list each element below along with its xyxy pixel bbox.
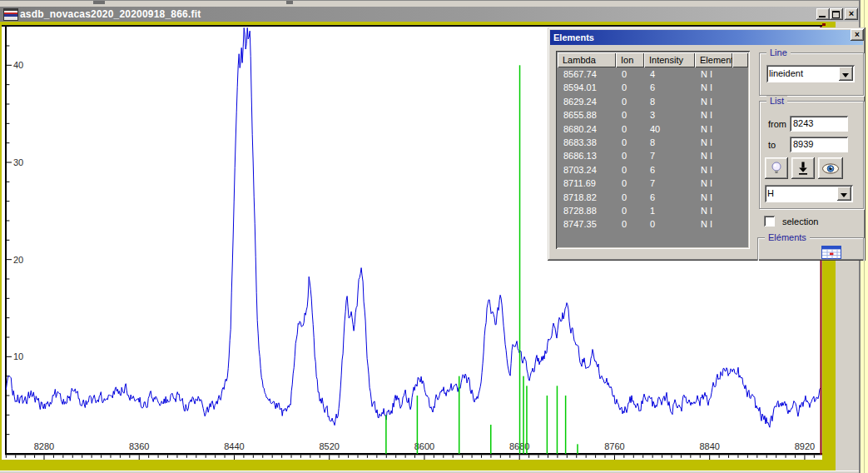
- x-tick-label: 8840: [699, 441, 719, 451]
- x-tick: [605, 455, 606, 457]
- table-cell: 8747.35: [558, 217, 616, 231]
- x-tick: [15, 455, 16, 457]
- maximize-icon: [832, 11, 840, 18]
- table-cell: 6: [644, 163, 695, 177]
- close-icon: ×: [845, 8, 858, 20]
- x-tick: [462, 455, 463, 457]
- line-mode-combobox[interactable]: lineident: [766, 65, 855, 82]
- x-tick: [519, 455, 520, 460]
- y-tick: [7, 434, 9, 435]
- table-row[interactable]: 8711.6907N I: [558, 177, 748, 190]
- x-tick: [690, 455, 691, 457]
- lines-table-body: 8567.7404N I8594.0106N I8629.2408N I8655…: [558, 67, 748, 247]
- toolbar-fragment: [286, 1, 293, 4]
- close-button[interactable]: ×: [845, 8, 858, 20]
- table-cell: N I: [695, 136, 732, 149]
- table-row[interactable]: 8686.1307N I: [558, 149, 748, 162]
- x-tick: [53, 455, 54, 457]
- dialog-close-button[interactable]: ×: [851, 29, 864, 41]
- x-tick: [595, 455, 596, 457]
- maximize-button[interactable]: [830, 8, 843, 20]
- table-cell-spacer: [732, 204, 748, 217]
- line-identification-marker: [557, 386, 558, 454]
- cursor-corner-mark: [822, 23, 826, 26]
- table-cell: 8: [644, 95, 695, 108]
- table-cell: 0: [616, 149, 644, 162]
- x-tick: [528, 455, 529, 457]
- x-tick: [786, 455, 786, 457]
- x-tick: [262, 455, 263, 457]
- x-tick: [34, 455, 35, 457]
- table-cell: N I: [695, 149, 732, 162]
- element-combobox[interactable]: H: [765, 185, 853, 202]
- from-input[interactable]: 8243: [790, 116, 848, 132]
- x-tick: [291, 455, 292, 457]
- x-tick: [548, 455, 548, 457]
- column-header-element[interactable]: Element: [695, 52, 732, 67]
- x-tick: [728, 455, 729, 457]
- x-tick: [243, 455, 244, 457]
- to-input[interactable]: 8939: [790, 137, 848, 152]
- table-row[interactable]: 8594.0106N I: [558, 81, 748, 94]
- x-tick: [652, 455, 653, 457]
- x-tick: [395, 455, 396, 457]
- x-tick: [453, 455, 454, 457]
- table-cell: 6: [644, 191, 695, 204]
- table-row[interactable]: 8655.8803N I: [558, 108, 748, 122]
- window-titlebar[interactable]: asdb_novacas2020_20200918_866.fit ×: [0, 7, 859, 22]
- dialog-titlebar[interactable]: Elements: [550, 30, 863, 45]
- table-row[interactable]: 8728.8801N I: [558, 204, 748, 217]
- line-identification-marker: [417, 396, 419, 454]
- window-title: asdb_novacas2020_20200918_866.fit: [20, 8, 201, 20]
- lines-table: Lambda Ion Intensity Element 8567.7404N …: [556, 51, 750, 249]
- x-tick: [557, 455, 558, 457]
- line-group-label: Line: [766, 47, 791, 57]
- dropdown-button[interactable]: [839, 67, 853, 81]
- column-header-lambda[interactable]: Lambda: [558, 52, 616, 67]
- table-row[interactable]: 8567.7404N I: [558, 67, 748, 81]
- x-tick: [424, 455, 424, 460]
- dropdown-button[interactable]: [837, 187, 851, 201]
- element-combo-value: H: [767, 187, 836, 200]
- x-tick: [176, 455, 177, 457]
- y-tick-label: 10: [13, 351, 23, 361]
- table-cell: 0: [616, 191, 644, 204]
- table-row[interactable]: 8680.24040N I: [558, 122, 748, 136]
- spectrum-document-icon: [3, 8, 18, 21]
- table-row[interactable]: 8747.3500N I: [558, 217, 748, 231]
- line-identification-marker: [526, 386, 528, 454]
- table-cell: 0: [616, 95, 644, 108]
- view-lines-button[interactable]: [818, 157, 843, 179]
- y-tick: [7, 65, 12, 66]
- x-tick: [139, 455, 140, 460]
- line-identification-marker: [547, 396, 548, 454]
- minimize-icon: [819, 16, 826, 17]
- x-tick-label: 8440: [224, 441, 244, 451]
- selection-checkbox[interactable]: [764, 216, 775, 227]
- apply-lines-button[interactable]: [791, 157, 815, 179]
- table-cell: 8655.88: [558, 108, 616, 122]
- x-tick: [376, 455, 377, 457]
- x-tick: [253, 455, 254, 457]
- table-cell-spacer: [732, 163, 748, 177]
- column-header-ion[interactable]: Ion: [616, 52, 644, 67]
- y-tick: [7, 162, 12, 162]
- open-elements-table-button[interactable]: [821, 246, 843, 260]
- x-tick: [348, 455, 349, 457]
- column-header-intensity[interactable]: Intensity: [644, 52, 695, 67]
- table-cell-spacer: [732, 149, 748, 162]
- line-identification-marker: [523, 376, 524, 454]
- table-row[interactable]: 8703.2406N I: [558, 163, 748, 177]
- identify-lines-button[interactable]: [765, 157, 788, 179]
- minimize-button[interactable]: [816, 8, 830, 20]
- table-row[interactable]: 8718.8206N I: [558, 191, 748, 204]
- y-tick: [7, 298, 9, 299]
- table-cell: 0: [616, 163, 644, 177]
- table-cell: 0: [616, 177, 644, 190]
- line-identification-marker: [519, 65, 521, 454]
- x-tick: [300, 455, 301, 457]
- elements-group-label: Eléments: [765, 232, 810, 242]
- table-row[interactable]: 8629.2408N I: [558, 95, 748, 108]
- table-row[interactable]: 8683.3808N I: [558, 136, 748, 149]
- x-tick: [367, 455, 368, 457]
